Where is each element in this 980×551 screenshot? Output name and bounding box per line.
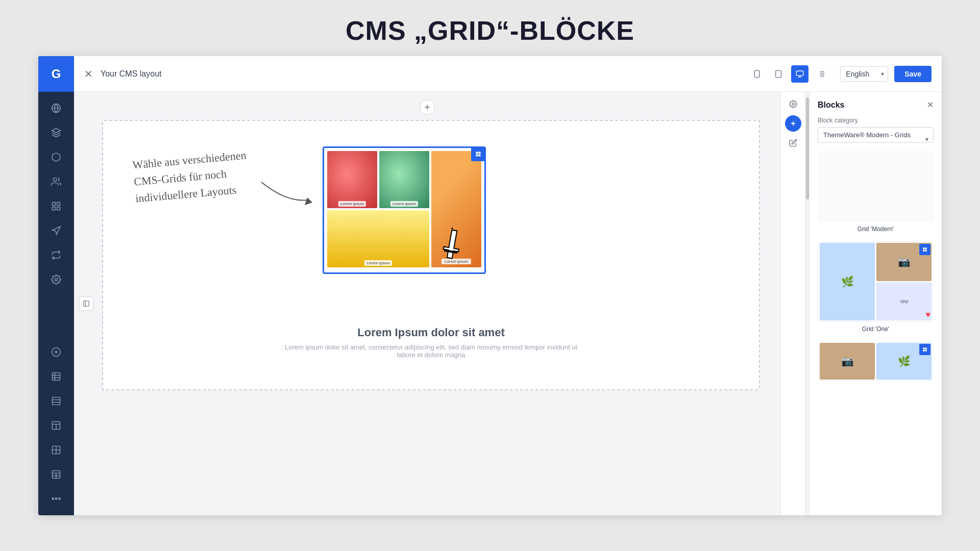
svg-rect-47 <box>476 152 478 154</box>
canvas-bottom-title: Lorem Ipsum dolor sit amet <box>278 326 584 339</box>
sidebar-item-layers[interactable] <box>45 121 67 144</box>
sidebar-item-table1[interactable] <box>45 365 67 388</box>
blocks-close-button[interactable]: ✕ <box>927 100 934 110</box>
canvas-bottom-desc: Lorem ipsum dolor sit amet, consectetur … <box>278 343 584 359</box>
scrollbar-track[interactable] <box>805 92 809 515</box>
block-thumb-three-img[interactable]: 📷 🌿 <box>818 341 934 382</box>
svg-rect-55 <box>923 247 924 249</box>
block-thumb-one-img[interactable]: 📷 🌿 👓 ♥ <box>818 241 934 322</box>
block-category-label: Block category <box>818 117 934 124</box>
sidebar-bottom: ••• <box>45 336 67 515</box>
content-area: Wähle aus verschiedenen CMS-Grids für no… <box>74 92 942 515</box>
sidebar-item-add[interactable] <box>45 341 67 363</box>
svg-rect-4 <box>53 203 56 206</box>
settings-gear-button[interactable] <box>785 96 801 112</box>
svg-rect-44 <box>84 301 89 307</box>
device-mobile-button[interactable] <box>748 65 766 83</box>
block-category-select[interactable]: ThemeWare® Modern - Grids ThemeWare® Mod… <box>818 127 934 143</box>
grid-cell-lime-label: Lorem ipsum <box>390 201 418 207</box>
block-category-wrapper: ThemeWare® Modern - Grids ThemeWare® Mod… <box>818 127 934 151</box>
svg-rect-57 <box>923 249 924 251</box>
editor-area: Wähle aus verschiedenen CMS-Grids für no… <box>74 92 780 515</box>
svg-rect-48 <box>479 152 481 154</box>
device-list-button[interactable] <box>813 65 830 83</box>
sidebar-item-table4[interactable] <box>45 439 67 461</box>
svg-rect-7 <box>53 207 56 210</box>
svg-rect-31 <box>776 70 781 77</box>
save-button[interactable]: Save <box>894 66 932 82</box>
main-container: G <box>38 56 942 515</box>
svg-point-3 <box>53 178 57 182</box>
language-select[interactable]: English Deutsch Français <box>840 66 888 82</box>
device-desktop-button[interactable] <box>791 65 808 83</box>
panel-edit-button[interactable] <box>785 135 801 151</box>
blocks-title: Blocks <box>818 101 844 110</box>
block-thumb-modern: Grid 'Modern' <box>818 151 934 233</box>
annotation-arrow <box>256 172 317 213</box>
annotation-text: Wähle aus verschiedenen CMS-Grids für no… <box>132 146 250 207</box>
device-tablet-button[interactable] <box>770 65 787 83</box>
grid-preview-badge <box>471 147 485 161</box>
svg-rect-60 <box>925 347 926 349</box>
sidebar-logo[interactable]: G <box>38 56 74 92</box>
svg-point-52 <box>792 103 794 105</box>
svg-rect-33 <box>797 71 803 76</box>
block-thumb-one: 📷 🌿 👓 ♥ Grid 'One' <box>818 241 934 333</box>
sidebar-item-more[interactable]: ••• <box>45 488 67 510</box>
svg-rect-58 <box>925 249 926 251</box>
svg-marker-46 <box>305 197 312 205</box>
sidebar-item-transfer[interactable] <box>45 244 67 266</box>
topbar-right: English Deutsch Français Save <box>840 66 932 82</box>
sidebar-item-settings[interactable] <box>45 268 67 291</box>
grid-preview-popup: Lorem ipsum Lorem ipsum Lorem ipsum Lo <box>323 146 486 274</box>
svg-point-8 <box>55 279 58 281</box>
sidebar-item-users[interactable] <box>45 170 67 193</box>
topbar: ✕ Your CMS layout English <box>74 56 942 92</box>
scrollbar-thumb[interactable] <box>806 97 809 199</box>
page-heading: CMS „GRID“-BLÖCKE <box>0 0 980 56</box>
sidebar-item-box[interactable] <box>45 146 67 168</box>
grid-cell-apple: Lorem ipsum <box>327 151 377 208</box>
sidebar-item-table3[interactable] <box>45 414 67 437</box>
svg-marker-2 <box>52 129 61 133</box>
sidebar-item-table5[interactable] <box>45 463 67 486</box>
page-title: Your CMS layout <box>101 69 748 79</box>
blocks-header: Blocks ✕ <box>818 100 934 110</box>
svg-rect-50 <box>479 155 481 157</box>
svg-rect-62 <box>925 349 926 351</box>
svg-rect-61 <box>923 349 924 351</box>
block-thumb-modern-img[interactable] <box>818 151 934 222</box>
sidebar-item-megaphone[interactable] <box>45 219 67 242</box>
sidebar-item-table2[interactable] <box>45 390 67 412</box>
thumb-badge-one <box>919 244 930 255</box>
sidebar-nav <box>45 92 67 336</box>
thumb-heart-one[interactable]: ♥ <box>926 310 931 319</box>
canvas-bottom-content: Lorem Ipsum dolor sit amet Lorem ipsum d… <box>278 326 584 359</box>
canvas-area: Wähle aus verschiedenen CMS-Grids für no… <box>102 120 760 390</box>
panel-add-blue-button[interactable] <box>785 115 801 132</box>
blocks-panel-inner: Blocks ✕ Block category ThemeWare® Moder… <box>810 92 942 515</box>
sidebar-item-globe[interactable] <box>45 97 67 119</box>
svg-rect-16 <box>53 397 60 405</box>
add-block-button[interactable] <box>420 99 435 115</box>
svg-rect-5 <box>57 203 60 206</box>
svg-rect-29 <box>755 70 760 77</box>
block-thumb-modern-label: Grid 'Modern' <box>818 226 934 233</box>
left-panel-toggle[interactable] <box>79 296 93 311</box>
svg-rect-12 <box>53 373 60 381</box>
grid-cell-lime: Lorem ipsum <box>379 151 429 208</box>
block-thumb-three: 📷 🌿 <box>818 341 934 382</box>
block-thumb-one-label: Grid 'One' <box>818 325 934 333</box>
thumb-badge-three <box>919 344 930 355</box>
grid-cell-apple-label: Lorem ipsum <box>338 201 366 207</box>
close-button[interactable]: ✕ <box>84 68 93 80</box>
grid-cell-banana: Lorem ipsum <box>327 210 429 267</box>
svg-rect-59 <box>923 347 924 349</box>
svg-rect-56 <box>925 247 926 249</box>
svg-rect-6 <box>57 207 60 210</box>
language-selector-wrapper: English Deutsch Français <box>840 66 888 82</box>
sidebar-item-layout[interactable] <box>45 195 67 217</box>
grid-cell-banana-label: Lorem ipsum <box>364 260 392 266</box>
settings-strip <box>780 92 805 515</box>
blocks-panel: Blocks ✕ Block category ThemeWare® Moder… <box>809 92 942 515</box>
